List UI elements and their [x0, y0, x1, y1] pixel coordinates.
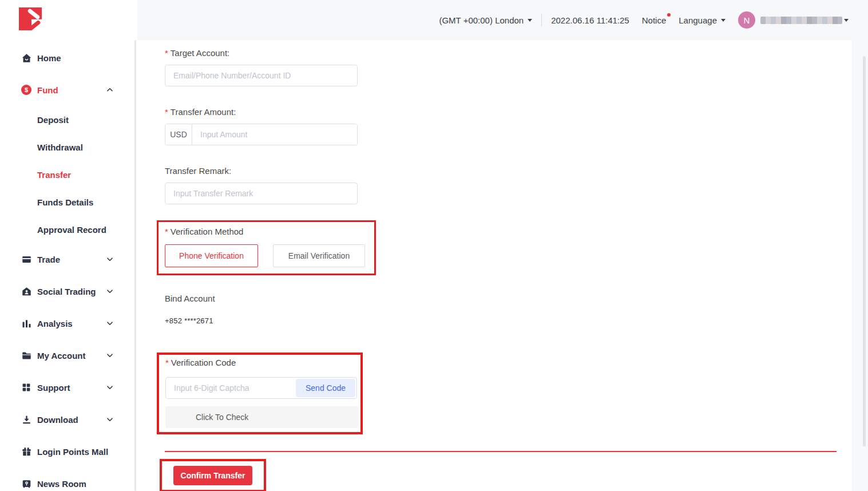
confirm-transfer-button[interactable]: Confirm Transfer — [173, 466, 252, 485]
required-marker: * — [165, 227, 168, 236]
sidebar-item-trade[interactable]: Trade — [0, 243, 137, 275]
sidebar-item-label: Login Points Mall — [37, 447, 108, 457]
send-code-button[interactable]: Send Code — [296, 379, 355, 397]
notice-button[interactable]: Notice — [642, 15, 667, 25]
sidebar-item-label: Approval Record — [37, 225, 106, 235]
bind-account-label: Bind Account — [165, 294, 868, 303]
sidebar-item-analysis[interactable]: Analysis — [0, 307, 137, 339]
sidebar-item-label: Deposit — [37, 115, 69, 125]
transfer-form: *Target Account: *Transfer Amount: USD T… — [137, 40, 868, 491]
dollar-circle-icon: $ — [21, 84, 32, 96]
chevron-down-icon — [106, 256, 113, 263]
sidebar-item-transfer[interactable]: Transfer — [0, 161, 137, 188]
verification-code-label: *Verification Code — [165, 358, 360, 367]
verification-method-highlight: *Verification Method Phone Verification … — [157, 220, 376, 275]
sidebar-item-label: Fund — [37, 85, 58, 95]
sidebar-item-label: Withdrawal — [37, 142, 83, 152]
news-pin-icon — [21, 478, 32, 489]
sidebar-item-download[interactable]: Download — [0, 403, 137, 435]
topbar: (GMT +00:00) London 2022.06.16 11:41:25 … — [137, 0, 868, 40]
phone-verification-button[interactable]: Phone Verification — [165, 244, 258, 267]
sidebar-item-fund[interactable]: $ Fund — [0, 74, 137, 106]
sidebar-item-support[interactable]: Support — [0, 371, 137, 403]
sidebar-item-social-trading[interactable]: Social Trading — [0, 275, 137, 307]
chevron-down-icon — [106, 320, 113, 327]
transfer-amount-label: *Transfer Amount: — [165, 107, 868, 117]
sidebar-item-label: Trade — [37, 255, 60, 264]
username-redacted — [760, 17, 842, 24]
required-marker: * — [165, 107, 168, 117]
brand-logo[interactable] — [19, 7, 42, 30]
sidebar-item-home[interactable]: Home — [0, 42, 137, 74]
folder-icon — [21, 350, 32, 361]
user-menu[interactable]: N — [738, 11, 849, 29]
grid-icon — [21, 382, 32, 393]
verification-code-field: Send Code — [165, 377, 357, 399]
target-account-input[interactable] — [165, 65, 358, 86]
page-scrollbar-track — [852, 40, 868, 491]
timezone-label: (GMT +00:00) London — [439, 15, 524, 25]
currency-prefix: USD — [165, 124, 192, 145]
sidebar-item-login-points-mall[interactable]: Login Points Mall — [0, 435, 137, 468]
transfer-amount-field: USD — [165, 124, 358, 145]
sidebar-item-label: Analysis — [37, 319, 73, 328]
sidebar-item-news-room[interactable]: News Room — [0, 468, 137, 491]
section-divider — [165, 451, 837, 452]
target-account-label: *Target Account: — [165, 48, 868, 58]
house-person-icon — [21, 286, 32, 297]
sidebar-item-my-account[interactable]: My Account — [0, 339, 137, 371]
transfer-amount-input[interactable] — [192, 124, 357, 145]
home-icon — [21, 52, 32, 64]
datetime-text: 2022.06.16 11:41:25 — [551, 15, 629, 25]
chevron-down-icon — [106, 416, 113, 423]
sidebar-scrollbar[interactable] — [134, 40, 136, 491]
chevron-down-icon — [844, 19, 849, 22]
chevron-down-icon — [106, 384, 113, 391]
bind-account-value: +852 ****2671 — [165, 316, 868, 325]
sidebar-item-label: Funds Details — [37, 197, 93, 207]
sidebar-item-funds-details[interactable]: Funds Details — [0, 188, 137, 216]
required-marker: * — [165, 358, 169, 367]
sidebar-item-approval-record[interactable]: Approval Record — [0, 216, 137, 243]
download-icon — [21, 414, 32, 425]
verification-code-highlight: *Verification Code Send Code Click To Ch… — [157, 353, 363, 434]
chevron-down-icon — [721, 19, 726, 22]
sidebar: Home $ Fund Deposit Withdrawal Transfer … — [0, 0, 137, 491]
gift-icon — [21, 446, 32, 457]
sidebar-item-label: Transfer — [37, 170, 71, 180]
verification-method-label: *Verification Method — [165, 227, 374, 236]
chevron-down-icon — [106, 288, 113, 295]
sidebar-item-label: Social Trading — [37, 287, 96, 296]
required-marker: * — [165, 48, 168, 58]
sidebar-item-withdrawal[interactable]: Withdrawal — [0, 133, 137, 161]
sidebar-item-label: My Account — [37, 351, 85, 361]
email-verification-button[interactable]: Email Verification — [273, 244, 365, 267]
sidebar-item-deposit[interactable]: Deposit — [0, 106, 137, 133]
language-label: Language — [679, 15, 717, 25]
page-scrollbar-thumb[interactable] — [863, 56, 866, 446]
topbar-divider — [541, 14, 542, 26]
sidebar-item-label: News Room — [37, 479, 86, 489]
sidebar-item-label: Support — [37, 383, 70, 393]
avatar: N — [738, 11, 755, 29]
chevron-down-icon — [106, 352, 113, 359]
timezone-select[interactable]: (GMT +00:00) London — [439, 15, 532, 25]
chevron-up-icon — [106, 86, 113, 93]
card-icon — [21, 254, 32, 265]
chevron-down-icon — [528, 19, 532, 22]
transfer-remark-input[interactable] — [165, 183, 358, 204]
sidebar-nav: Home $ Fund Deposit Withdrawal Transfer … — [0, 42, 137, 491]
sidebar-item-label: Home — [37, 53, 61, 63]
sidebar-item-label: Download — [37, 415, 78, 425]
transfer-remark-label: Transfer Remark: — [165, 166, 868, 176]
language-select[interactable]: Language — [679, 15, 726, 25]
captcha-check-bar[interactable]: Click To Check — [165, 406, 358, 428]
bar-chart-icon — [21, 318, 32, 329]
confirm-transfer-highlight: Confirm Transfer — [160, 459, 266, 491]
